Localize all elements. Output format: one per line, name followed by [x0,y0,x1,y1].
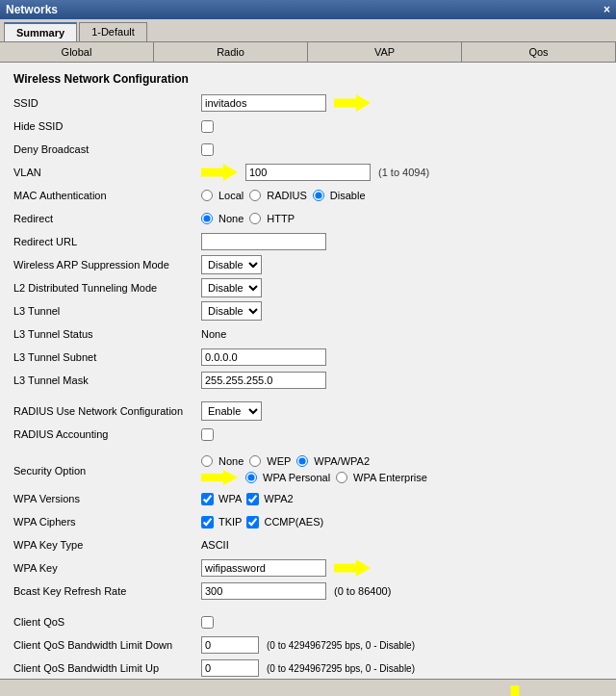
wpa-ciphers-ccmp-checkbox[interactable] [246,516,259,528]
wpa-versions-label: WPA Versions [13,493,201,504]
wpa-version-wpa2-label: WPA2 [264,493,293,504]
ssid-arrow-icon [334,94,371,112]
redirect-url-row: Redirect URL [13,232,603,251]
security-wpa-wpa2-radio[interactable] [296,455,308,467]
redirect-url-input[interactable] [201,233,326,250]
deny-broadcast-label: Deny Broadcast [13,143,201,155]
mac-auth-disable-radio[interactable] [313,190,324,201]
l3-tunnel-status-label: L3 Tunnel Status [13,328,201,340]
security-none-label: None [218,455,244,467]
bcast-key-label: Bcast Key Refresh Rate [13,585,201,597]
radius-use-label: RADIUS Use Network Configuration [13,405,201,417]
wpa-key-type-row: WPA Key Type ASCII [13,535,603,554]
vlan-row: VLAN (1 to 4094) [13,163,603,182]
l3-tunnel-subnet-input[interactable] [201,348,326,366]
vlan-arrow-icon [201,164,238,181]
deny-broadcast-row: Deny Broadcast [13,140,603,159]
nav-tab-global[interactable]: Global [0,42,154,62]
client-qos-bw-up-hint: (0 to 4294967295 bps, 0 - Disable) [267,663,415,674]
vlan-label: VLAN [13,167,201,178]
hide-ssid-label: Hide SSID [13,120,201,132]
vlan-hint: (1 to 4094) [378,167,429,178]
client-qos-bw-down-label: Client QoS Bandwidth Limit Down [13,639,201,651]
close-icon[interactable]: × [603,3,610,16]
mac-auth-radius-label: RADIUS [267,190,307,201]
security-option-row: Security Option None WEP WPA/WPA2 WPA Pe… [13,455,603,485]
security-wpa-enterprise-radio[interactable] [336,472,347,483]
radius-accounting-label: RADIUS Accounting [13,428,201,440]
section-title: Wireless Network Configuration [13,72,603,86]
bcast-key-hint: (0 to 86400) [334,585,391,597]
wireless-arp-select[interactable]: Disable Enable [201,255,262,274]
redirect-none-radio[interactable] [201,213,213,224]
tab-1-default[interactable]: 1-Default [79,22,147,41]
l3-tunnel-select[interactable]: Disable Enable [201,301,262,321]
mac-auth-disable-label: Disable [330,190,366,201]
bcast-key-input[interactable] [201,582,326,600]
redirect-none-label: None [218,213,244,224]
wpa-ciphers-tkip-label: TKIP [218,516,242,528]
tabs-bar: Summary 1-Default [0,19,616,42]
hide-ssid-checkbox[interactable] [201,120,214,133]
client-qos-row: Client QoS [13,612,603,632]
main-content: Wireless Network Configuration SSID Hide… [0,63,616,679]
client-qos-bw-up-row: Client QoS Bandwidth Limit Up (0 to 4294… [13,658,603,678]
hide-ssid-row: Hide SSID [13,116,603,136]
apply-button-wrapper: Apply [485,685,545,696]
ssid-input[interactable] [201,94,326,112]
redirect-url-label: Redirect URL [13,236,201,247]
mac-auth-radius-radio[interactable] [249,190,261,201]
l3-tunnel-mask-input[interactable] [201,372,326,389]
wpa-version-wpa2-checkbox[interactable] [246,493,259,505]
mac-auth-row: MAC Authentication Local RADIUS Disable [13,186,603,205]
nav-tab-vap[interactable]: VAP [308,42,462,62]
radius-accounting-checkbox[interactable] [201,428,214,441]
client-qos-bw-up-label: Client QoS Bandwidth Limit Up [13,662,201,674]
deny-broadcast-checkbox[interactable] [201,143,214,156]
client-qos-bw-up-input[interactable] [201,659,259,677]
security-wep-radio[interactable] [249,455,261,467]
l3-tunnel-mask-row: L3 Tunnel Mask [13,371,603,390]
radius-accounting-row: RADIUS Accounting [13,425,603,444]
nav-tab-radio[interactable]: Radio [154,42,308,62]
wpa-key-type-label: WPA Key Type [13,539,201,551]
nav-tabs: Global Radio VAP Qos [0,42,616,63]
redirect-http-radio[interactable] [249,213,261,224]
wpa-version-wpa-checkbox[interactable] [201,493,214,505]
wpa-ciphers-tkip-checkbox[interactable] [201,516,214,528]
ssid-row: SSID [13,93,603,113]
nav-tab-qos[interactable]: Qos [462,42,616,62]
security-wpa-personal-radio[interactable] [245,472,257,483]
wireless-arp-label: Wireless ARP Suppression Mode [13,259,201,271]
client-qos-checkbox[interactable] [201,616,214,629]
client-qos-label: Client QoS [13,616,201,628]
l3-tunnel-subnet-label: L3 Tunnel Subnet [13,351,201,363]
wireless-arp-row: Wireless ARP Suppression Mode Disable En… [13,255,603,274]
wpa-versions-row: WPA Versions WPA WPA2 [13,489,603,508]
l2-distributed-row: L2 Distributed Tunneling Mode Disable En… [13,278,603,297]
window-title: Networks [6,3,58,16]
client-qos-bw-down-input[interactable] [201,636,259,654]
mac-auth-local-radio[interactable] [201,190,213,201]
redirect-row: Redirect None HTTP [13,209,603,228]
tab-summary[interactable]: Summary [4,22,77,41]
wpa-ciphers-row: WPA Ciphers TKIP CCMP(AES) [13,512,603,531]
l3-tunnel-status-row: L3 Tunnel Status None [13,324,603,344]
ssid-label: SSID [13,97,201,109]
vlan-input[interactable] [245,164,371,181]
radius-use-select[interactable]: Enable Disable [201,401,262,421]
security-none-radio[interactable] [201,455,213,467]
security-wpa-personal-label: WPA Personal [263,472,330,483]
security-wep-label: WEP [267,455,291,467]
l2-distributed-select[interactable]: Disable Enable [201,278,262,297]
redirect-label: Redirect [13,213,201,224]
security-wpa-wpa2-label: WPA/WPA2 [314,455,370,467]
l3-tunnel-mask-label: L3 Tunnel Mask [13,374,201,386]
l2-distributed-label: L2 Distributed Tunneling Mode [13,282,201,294]
wpa-key-label: WPA Key [13,562,201,574]
security-option-label: Security Option [13,465,201,477]
client-qos-bw-down-row: Client QoS Bandwidth Limit Down (0 to 42… [13,635,603,655]
wpa-key-row: WPA Key [13,558,603,578]
wpa-key-input[interactable] [201,559,326,577]
wpa-ciphers-ccmp-label: CCMP(AES) [264,516,323,528]
